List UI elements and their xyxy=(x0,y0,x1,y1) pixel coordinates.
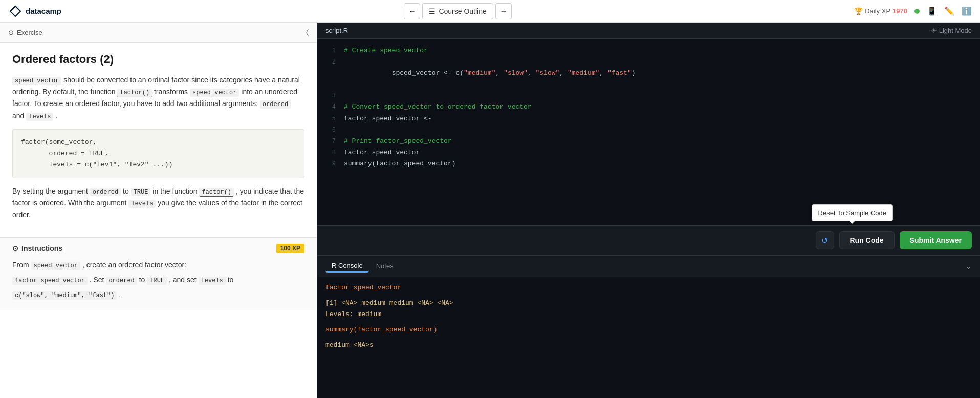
inline-code-factor-speed-vector: factor_speed_vector xyxy=(12,277,88,285)
exercise-body: Ordered factors (2) speed_vector should … xyxy=(0,43,317,237)
inline-code-ordered-2: ordered xyxy=(90,188,121,196)
course-outline-label: Course Outline xyxy=(439,7,486,15)
console-output-line4: summary(factor_speed_vector) xyxy=(325,324,972,336)
code-line-7: 7 # Print factor_speed_vector xyxy=(317,136,980,147)
code-line-5: 5 factor_speed_vector <- xyxy=(317,113,980,124)
inline-code-factor-link-2[interactable]: factor() xyxy=(199,188,234,197)
reset-button[interactable]: ↺ xyxy=(816,231,834,249)
inline-code-ordered: ordered xyxy=(260,100,291,109)
code-line-1: 1 # Create speed_vector xyxy=(317,45,980,56)
editor-body[interactable]: 1 # Create speed_vector 2 speed_vector <… xyxy=(317,39,980,225)
reset-tooltip: Reset To Sample Code xyxy=(812,204,893,221)
console-output-line1: factor_speed_vector xyxy=(325,282,972,294)
light-mode-label: Light Mode xyxy=(939,27,972,34)
mobile-icon[interactable]: 📱 xyxy=(927,6,937,16)
hamburger-icon: ☰ xyxy=(429,7,435,15)
exercise-header-left: ⊙ Exercise xyxy=(8,29,42,36)
inline-code-levels-2: levels xyxy=(128,200,156,208)
exercise-icon: ⊙ xyxy=(8,29,14,36)
code-line-2: 2 speed_vector <- c("medium", "slow", "s… xyxy=(317,56,980,90)
console-spacer-3 xyxy=(325,336,972,340)
code-line-4: 4 # Convert speed_vector to ordered fact… xyxy=(317,101,980,113)
exercise-paragraph-2: By setting the argument ordered to TRUE … xyxy=(12,185,304,221)
inline-code-speed-vector-2: speed_vector xyxy=(190,89,239,97)
logo: datacamp xyxy=(8,4,61,18)
instruction-paragraph-2: factor_speed_vector . Set ordered to TRU… xyxy=(12,274,304,286)
editor-header: script.R ☀ Light Mode xyxy=(317,23,980,39)
tab-notes[interactable]: Notes xyxy=(370,260,400,272)
inline-code-levels: levels xyxy=(26,113,53,121)
code-line-6: 6 xyxy=(317,124,980,136)
console-spacer-2 xyxy=(325,320,972,324)
exercise-paragraph-1: speed_vector should be converted to an o… xyxy=(12,74,304,122)
inline-code-factor-link[interactable]: factor() xyxy=(117,89,152,97)
nav-forward-button[interactable]: → xyxy=(495,3,512,19)
sun-icon: ☀ xyxy=(931,27,937,34)
submit-answer-button[interactable]: Submit Answer xyxy=(900,231,972,249)
instruction-paragraph-3: c("slow", "medium", "fast") . xyxy=(12,289,304,301)
tab-r-console[interactable]: R Console xyxy=(325,260,369,273)
right-panel: script.R ☀ Light Mode 1 # Create speed_v… xyxy=(317,23,980,398)
top-nav: datacamp ← ☰ Course Outline → 🏆 Daily XP… xyxy=(0,0,980,23)
inline-code-true-2: TRUE xyxy=(147,277,167,285)
logo-icon xyxy=(8,4,23,18)
nav-right: 🏆 Daily XP 1970 📱 ✏️ ℹ️ xyxy=(854,6,972,16)
nav-center: ← ☰ Course Outline → xyxy=(404,3,511,19)
info-icon[interactable]: ℹ️ xyxy=(962,6,972,16)
instructions-section: ⊙ Instructions 100 XP From speed_vector … xyxy=(0,237,317,310)
example-code-block: factor(some_vector, ordered = TRUE, leve… xyxy=(12,129,304,178)
inline-code-speed-vector-3: speed_vector xyxy=(31,262,80,270)
collapse-button[interactable]: 〈 xyxy=(306,28,309,37)
exercise-title: Ordered factors (2) xyxy=(12,53,304,66)
console-header: R Console Notes ⌄ xyxy=(317,256,980,277)
console-section: R Console Notes ⌄ factor_speed_vector [1… xyxy=(317,255,980,398)
editor-section: script.R ☀ Light Mode 1 # Create speed_v… xyxy=(317,23,980,255)
inline-code-speed-vector-1: speed_vector xyxy=(12,77,61,85)
code-line-9: 9 summary(factor_speed_vector) xyxy=(317,158,980,170)
code-line-3: 3 xyxy=(317,90,980,101)
exercise-label: Exercise xyxy=(17,29,42,36)
main-layout: ⊙ Exercise 〈 Ordered factors (2) speed_v… xyxy=(0,23,980,398)
xp-badge: 100 XP xyxy=(276,244,304,253)
logo-text: datacamp xyxy=(26,7,61,15)
console-body[interactable]: factor_speed_vector [1] <NA> medium medi… xyxy=(317,277,980,398)
left-panel: ⊙ Exercise 〈 Ordered factors (2) speed_v… xyxy=(0,23,317,398)
edit-icon[interactable]: ✏️ xyxy=(944,6,954,16)
instructions-label: Instructions xyxy=(21,244,62,253)
exercise-header: ⊙ Exercise 〈 xyxy=(0,23,317,43)
inline-code-c-slow-medium-fast: c("slow", "medium", "fast") xyxy=(12,291,117,300)
trophy-icon: 🏆 xyxy=(854,7,863,15)
console-output-line2: [1] <NA> medium medium <NA> <NA> xyxy=(325,298,972,309)
console-output-line5: medium <NA>s xyxy=(325,340,972,351)
instructions-header: ⊙ Instructions 100 XP xyxy=(12,244,304,253)
inline-code-true: TRUE xyxy=(131,188,151,196)
nav-back-button[interactable]: ← xyxy=(404,3,420,19)
instruction-paragraph: From speed_vector , create an ordered fa… xyxy=(12,259,304,271)
instructions-body: From speed_vector , create an ordered fa… xyxy=(12,259,304,301)
editor-filename: script.R xyxy=(325,27,348,34)
editor-toolbar: Reset To Sample Code ↺ Run Code Submit A… xyxy=(317,225,980,255)
instructions-icon: ⊙ xyxy=(12,244,18,253)
console-collapse-button[interactable]: ⌄ xyxy=(965,261,972,271)
daily-xp: 🏆 Daily XP 1970 xyxy=(854,7,907,15)
nav-left: datacamp xyxy=(8,4,61,18)
instructions-title: ⊙ Instructions xyxy=(12,244,62,253)
console-output-line3: Levels: medium xyxy=(325,309,972,320)
console-spacer xyxy=(325,294,972,298)
light-mode-button[interactable]: ☀ Light Mode xyxy=(931,27,972,34)
inline-code-levels-3: levels xyxy=(199,277,226,285)
run-code-button[interactable]: Run Code xyxy=(839,231,895,249)
console-tabs: R Console Notes xyxy=(325,260,400,273)
course-outline-button[interactable]: ☰ Course Outline xyxy=(422,3,493,19)
code-line-8: 8 factor_speed_vector xyxy=(317,147,980,158)
online-indicator xyxy=(914,9,920,14)
inline-code-ordered-3: ordered xyxy=(106,277,137,285)
